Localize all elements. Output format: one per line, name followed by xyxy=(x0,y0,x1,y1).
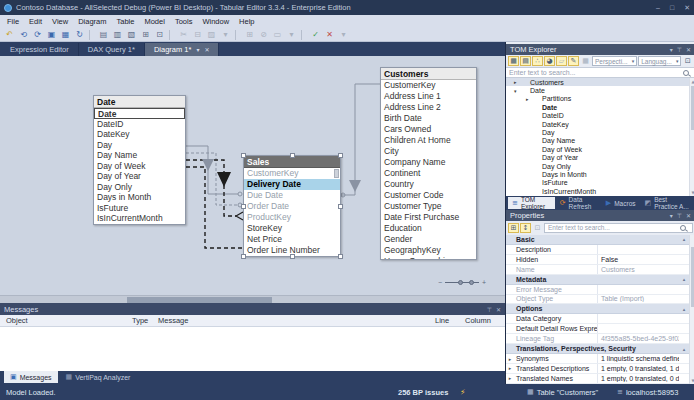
pane-close-icon[interactable]: ✕ xyxy=(686,46,691,53)
zoom-in-icon[interactable]: + xyxy=(482,279,486,286)
best-practice-analyzer-icon[interactable]: ◩ Best Practice A... xyxy=(641,197,694,209)
tree-item[interactable]: DateID xyxy=(506,112,689,120)
apply-changes-icon[interactable]: ✓ xyxy=(309,29,322,41)
messages-panel-header[interactable]: Messages ⊤ ✕ xyxy=(0,303,505,315)
menu-item[interactable]: Model xyxy=(139,15,169,28)
diagram-field-row[interactable]: CustomerKey xyxy=(381,80,476,91)
tree-item[interactable]: ▸ Customers xyxy=(506,78,689,86)
resize-handle[interactable] xyxy=(338,254,343,259)
resize-handle[interactable] xyxy=(241,254,246,259)
expand-all-icon[interactable]: ⊡ xyxy=(532,223,543,233)
resize-handle[interactable] xyxy=(241,204,246,209)
diagram-field-row[interactable]: City xyxy=(381,146,476,157)
column-header-message[interactable]: Message xyxy=(158,316,435,325)
diagram-field-row[interactable]: Delivery Date xyxy=(244,179,340,190)
more-menu-icon[interactable]: ▾ xyxy=(285,29,298,41)
refresh-icon[interactable]: ↻ xyxy=(73,29,86,41)
new-diagram-icon[interactable]: ▧ xyxy=(125,29,138,41)
tree-scrollbar[interactable]: ▲ ▼ xyxy=(689,78,694,196)
relationship-line-active[interactable] xyxy=(186,160,236,216)
table-header-date[interactable]: Date xyxy=(94,96,185,108)
section-collapse-icon[interactable]: ▴ xyxy=(679,306,689,312)
property-row[interactable]: Basic ▴ xyxy=(506,235,689,245)
diagram-field-row[interactable]: CustomerKey xyxy=(244,168,340,179)
tree-item[interactable]: Day of Year xyxy=(506,154,689,162)
show-columns-icon[interactable]: ▤ xyxy=(520,56,531,66)
properties-search-input[interactable] xyxy=(545,224,680,232)
property-row[interactable]: ▸ Translated Descriptions 1 empty, 0 tra… xyxy=(506,364,689,374)
resize-handle[interactable] xyxy=(290,254,295,259)
diagram-field-row[interactable]: Day of Year xyxy=(94,171,185,182)
diagram-field-row[interactable]: IsFuture xyxy=(94,203,185,214)
property-expander-icon[interactable]: ▸ xyxy=(506,375,514,381)
property-row[interactable]: Default Detail Rows Expression xyxy=(506,324,689,334)
diagram-field-row[interactable]: Gender xyxy=(381,234,476,245)
tree-item[interactable]: Day of Week xyxy=(506,145,689,153)
property-row[interactable]: Name Customers xyxy=(506,265,689,275)
diagram-field-row[interactable]: StoreKey xyxy=(244,223,340,234)
diagram-field-row[interactable]: Education xyxy=(381,223,476,234)
paste-icon[interactable]: ▨ xyxy=(205,29,218,41)
tree-expander-icon[interactable]: ▸ xyxy=(526,96,533,102)
scroll-down-icon[interactable]: ▼ xyxy=(690,189,694,196)
resize-handle[interactable] xyxy=(338,153,343,158)
diagram-field-row[interactable]: Company Name xyxy=(381,157,476,168)
message-icon[interactable]: ▣ Messages xyxy=(4,371,58,383)
cut-icon[interactable]: ✂ xyxy=(177,29,190,41)
scroll-up-icon[interactable]: ▲ xyxy=(690,78,694,85)
diagram-field-row[interactable]: GeographyKey xyxy=(381,245,476,256)
sep[interactable] xyxy=(235,30,240,40)
diagram-field-row[interactable]: Cars Owned xyxy=(381,124,476,135)
vertipaq-icon[interactable]: ▦ VertiPaq Analyzer xyxy=(60,371,137,383)
sep[interactable] xyxy=(89,30,94,40)
diagram-horizontal-scrollbar[interactable] xyxy=(0,295,505,303)
delete-icon[interactable]: ⊘ xyxy=(257,29,270,41)
diagram-field-row[interactable]: Day of Week xyxy=(94,161,185,172)
new-measure-icon[interactable]: ⊞ xyxy=(243,29,256,41)
save-icon[interactable]: ▣ xyxy=(45,29,58,41)
diagram-table-date[interactable]: Date DateDateIDDateKeyDayDay NameDay of … xyxy=(93,95,186,225)
tom-explorer-header[interactable]: TOM Explorer ▾ ⊤ ✕ xyxy=(506,44,694,55)
diagram-field-row[interactable]: Date xyxy=(94,108,185,119)
table-header-customers[interactable]: Customers xyxy=(381,68,476,80)
diagram-field-row[interactable]: IsInCurrentMonth xyxy=(94,213,185,224)
property-row[interactable]: Error Message xyxy=(506,285,689,295)
resize-handle[interactable] xyxy=(338,204,343,209)
tree-expander-icon[interactable]: ▾ xyxy=(514,88,521,94)
zoom-slider[interactable] xyxy=(445,282,479,283)
column-header-column[interactable]: Column xyxy=(465,316,505,325)
categorized-icon[interactable]: ⊞ xyxy=(508,223,519,233)
tree-item[interactable]: Date xyxy=(506,103,689,111)
diagram-canvas[interactable]: Date DateDateIDDateKeyDayDay NameDay of … xyxy=(0,56,505,303)
pane-pin-icon[interactable]: ⊤ xyxy=(677,46,682,53)
tab-dropdown-icon[interactable]: ▾ xyxy=(196,46,199,53)
tree-expander-icon[interactable]: ▸ xyxy=(514,79,521,85)
minimize-button[interactable]: – xyxy=(656,4,660,12)
tree-item[interactable]: IsFuture xyxy=(506,179,689,187)
property-row[interactable]: Data Category xyxy=(506,314,689,324)
property-row[interactable]: Hidden False xyxy=(506,255,689,265)
show-calc-objects-icon[interactable]: ▱ xyxy=(556,56,567,66)
menu-item[interactable]: View xyxy=(47,15,73,28)
diagram-field-row[interactable]: Day Name xyxy=(94,150,185,161)
add-table-icon[interactable]: ⊞ xyxy=(139,29,152,41)
resize-handle[interactable] xyxy=(241,153,246,158)
property-row[interactable]: Options ▴ xyxy=(506,304,689,314)
close-button[interactable]: ✕ xyxy=(684,4,690,12)
properties-scrollbar[interactable]: ▼ xyxy=(689,235,694,384)
property-row[interactable]: Object Type Table (Import) xyxy=(506,295,689,305)
tree-item[interactable]: ▾ Date xyxy=(506,86,689,94)
relationship-line-active-2[interactable] xyxy=(186,167,243,248)
resize-handle[interactable] xyxy=(290,153,295,158)
diagram-table-customers[interactable]: Customers CustomerKeyAddress Line 1Addre… xyxy=(380,67,477,260)
section-collapse-icon[interactable]: ▴ xyxy=(679,346,689,352)
lightning-icon[interactable]: ⚡ xyxy=(460,388,466,397)
pane-pin-icon[interactable]: ⊤ xyxy=(677,212,682,219)
discard-changes-icon[interactable]: ✕ xyxy=(323,29,336,41)
column-header-object[interactable]: Object xyxy=(0,316,132,325)
tom-search-input[interactable] xyxy=(506,68,683,77)
edit-mode-icon[interactable]: ✎ xyxy=(568,56,579,66)
property-row[interactable]: ▸ Translated Names 1 empty, 0 translated… xyxy=(506,374,689,384)
diagram-field-row[interactable]: Net Price xyxy=(244,234,340,245)
new-expression-icon[interactable]: ▤ xyxy=(97,29,110,41)
